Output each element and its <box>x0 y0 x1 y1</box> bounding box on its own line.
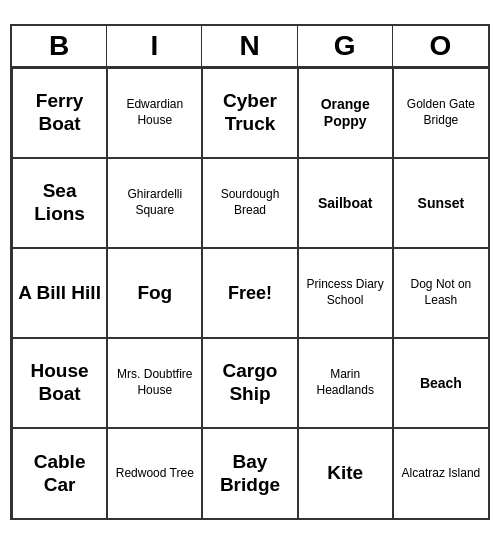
cell-text-18: Marin Headlands <box>303 367 388 398</box>
cell-text-3: Orange Poppy <box>303 96 388 130</box>
bingo-cell-11[interactable]: Fog <box>107 248 202 338</box>
bingo-cell-8[interactable]: Sailboat <box>298 158 393 248</box>
cell-text-1: Edwardian House <box>112 97 197 128</box>
bingo-cell-1[interactable]: Edwardian House <box>107 68 202 158</box>
cell-text-22: Bay Bridge <box>207 451 292 497</box>
header-letter-o: O <box>393 26 488 66</box>
cell-text-19: Beach <box>420 375 462 392</box>
bingo-cell-20[interactable]: Cable Car <box>12 428 107 518</box>
cell-text-5: Sea Lions <box>17 180 102 226</box>
bingo-cell-13[interactable]: Princess Diary School <box>298 248 393 338</box>
bingo-cell-5[interactable]: Sea Lions <box>12 158 107 248</box>
bingo-cell-14[interactable]: Dog Not on Leash <box>393 248 488 338</box>
bingo-cell-0[interactable]: Ferry Boat <box>12 68 107 158</box>
cell-text-12: Free! <box>228 283 272 304</box>
bingo-cell-16[interactable]: Mrs. Doubtfire House <box>107 338 202 428</box>
bingo-cell-21[interactable]: Redwood Tree <box>107 428 202 518</box>
bingo-cell-18[interactable]: Marin Headlands <box>298 338 393 428</box>
bingo-cell-9[interactable]: Sunset <box>393 158 488 248</box>
bingo-cell-15[interactable]: House Boat <box>12 338 107 428</box>
bingo-cell-10[interactable]: A Bill Hill <box>12 248 107 338</box>
bingo-card: BINGO Ferry BoatEdwardian HouseCyber Tru… <box>10 24 490 520</box>
bingo-cell-4[interactable]: Golden Gate Bridge <box>393 68 488 158</box>
bingo-cell-6[interactable]: Ghirardelli Square <box>107 158 202 248</box>
cell-text-6: Ghirardelli Square <box>112 187 197 218</box>
cell-text-20: Cable Car <box>17 451 102 497</box>
bingo-cell-22[interactable]: Bay Bridge <box>202 428 297 518</box>
cell-text-14: Dog Not on Leash <box>398 277 484 308</box>
bingo-header: BINGO <box>12 26 488 68</box>
cell-text-4: Golden Gate Bridge <box>398 97 484 128</box>
cell-text-10: A Bill Hill <box>18 282 101 305</box>
cell-text-24: Alcatraz Island <box>402 466 481 482</box>
bingo-cell-17[interactable]: Cargo Ship <box>202 338 297 428</box>
header-letter-n: N <box>202 26 297 66</box>
bingo-cell-19[interactable]: Beach <box>393 338 488 428</box>
bingo-cell-3[interactable]: Orange Poppy <box>298 68 393 158</box>
cell-text-23: Kite <box>327 462 363 485</box>
cell-text-17: Cargo Ship <box>207 360 292 406</box>
bingo-grid: Ferry BoatEdwardian HouseCyber TruckOran… <box>12 68 488 518</box>
cell-text-15: House Boat <box>17 360 102 406</box>
cell-text-21: Redwood Tree <box>116 466 194 482</box>
bingo-cell-24[interactable]: Alcatraz Island <box>393 428 488 518</box>
header-letter-g: G <box>298 26 393 66</box>
cell-text-7: Sourdough Bread <box>207 187 292 218</box>
cell-text-16: Mrs. Doubtfire House <box>112 367 197 398</box>
cell-text-13: Princess Diary School <box>303 277 388 308</box>
bingo-cell-12[interactable]: Free! <box>202 248 297 338</box>
bingo-cell-23[interactable]: Kite <box>298 428 393 518</box>
bingo-cell-2[interactable]: Cyber Truck <box>202 68 297 158</box>
cell-text-11: Fog <box>137 282 172 305</box>
header-letter-b: B <box>12 26 107 66</box>
header-letter-i: I <box>107 26 202 66</box>
bingo-cell-7[interactable]: Sourdough Bread <box>202 158 297 248</box>
cell-text-8: Sailboat <box>318 195 372 212</box>
cell-text-0: Ferry Boat <box>17 90 102 136</box>
cell-text-2: Cyber Truck <box>207 90 292 136</box>
cell-text-9: Sunset <box>418 195 465 212</box>
